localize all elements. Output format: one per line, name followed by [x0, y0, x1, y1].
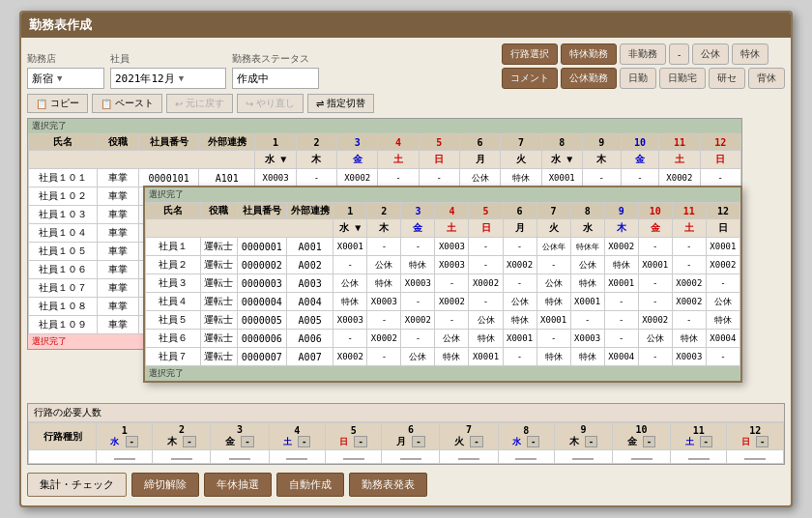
route-input-7[interactable] — [458, 458, 479, 460]
front-col-ext: 外部連携 — [286, 203, 333, 219]
day10-minus[interactable]: - — [643, 436, 655, 447]
release-button[interactable]: 締切解除 — [131, 473, 199, 497]
route-header-row: 行路種別 1水 - 2木 - 3金 - 4土 - 5日 - 6月 - 7火 - … — [29, 423, 784, 450]
back-dow-11: 土 — [659, 151, 700, 169]
table-row[interactable]: 社員７ 運転士 0000007 A007 X0002 - 公休 特休 X0001… — [146, 348, 740, 366]
col-day-7: 7 — [501, 134, 541, 151]
paste-button[interactable]: 📋 ペースト — [92, 94, 162, 113]
route-day-2: 2木 - — [153, 423, 211, 450]
front-table: 氏名 役職 社員番号 外部連携 1 2 3 4 5 6 7 8 — [145, 202, 740, 366]
table-row[interactable]: 社員６ 運転士 0000006 A006 - X0002 - 公休 特休 X00… — [146, 330, 740, 348]
route-day-12: 12日 - — [727, 423, 784, 450]
front-col-name: 氏名 — [146, 203, 201, 219]
undo-button[interactable]: ↩ 元に戻す — [166, 94, 233, 113]
tables-area: 選択完了 氏名 役職 社員番号 外部連携 1 2 3 4 5 — [27, 118, 785, 398]
day7-minus[interactable]: - — [470, 436, 482, 447]
day9-minus[interactable]: - — [585, 436, 597, 447]
front-dow-6: 月 — [503, 219, 536, 238]
shop-dropdown-arrow[interactable]: ▼ — [57, 73, 62, 83]
back-holiday-button[interactable]: 背休 — [748, 68, 785, 89]
public-holiday-button[interactable]: 公休 — [692, 43, 729, 65]
route-day-1: 1水 - — [97, 423, 153, 450]
back-table-header: 氏名 役職 社員番号 外部連携 1 2 3 4 5 6 7 8 — [29, 134, 741, 151]
back-dow-9: 木 — [582, 151, 621, 169]
shop-input[interactable]: 新宿 ▼ — [27, 68, 104, 89]
day3-minus[interactable]: - — [241, 436, 253, 447]
comment-button[interactable]: コメント — [502, 68, 558, 89]
action-buttons: 集計・チェック 締切解除 年休抽選 自動作成 勤務表発表 — [27, 470, 785, 500]
day12-minus[interactable]: - — [756, 436, 768, 447]
redo-button[interactable]: ↪ やり直し — [237, 94, 304, 113]
period-dropdown-arrow[interactable]: ▼ — [179, 73, 184, 83]
btn-area: 行路選択 特休勤務 非勤務 - 公休 特休 コメント 公休勤務 日勤 日勤宅 研… — [502, 43, 785, 89]
col-day-3: 3 — [337, 134, 378, 151]
day2-minus[interactable]: - — [183, 436, 195, 447]
table-row[interactable]: 社員５ 運転士 0000005 A005 X0003 - X0002 - 公休 … — [146, 311, 740, 330]
col-day-12: 12 — [700, 134, 740, 151]
col-day-10: 10 — [621, 134, 659, 151]
day-duty-button[interactable]: 日勤 — [620, 68, 656, 89]
route-day-9: 9木 - — [554, 423, 612, 450]
title-bar: 勤務表作成 — [21, 13, 791, 38]
front-col-6: 6 — [503, 203, 536, 219]
vacation-button[interactable]: 年休抽選 — [204, 473, 272, 497]
front-col-5: 5 — [469, 203, 503, 219]
toggle-button[interactable]: ⇌ 指定切替 — [307, 94, 374, 113]
route-input-9[interactable] — [572, 458, 594, 460]
front-col-12: 12 — [706, 203, 740, 219]
period-label: 社員 — [110, 52, 226, 66]
col-day-8: 8 — [541, 134, 582, 151]
route-input-10[interactable] — [631, 458, 652, 460]
route-input-4[interactable] — [286, 458, 307, 460]
day1-minus[interactable]: - — [126, 436, 138, 447]
route-input-8[interactable] — [515, 458, 536, 460]
front-dow-2: 木 — [367, 219, 401, 238]
day8-minus[interactable]: - — [527, 436, 539, 447]
non-duty-button[interactable]: 非勤務 — [620, 43, 666, 65]
front-col-empno: 社員番号 — [237, 203, 286, 219]
route-input-1[interactable] — [114, 458, 135, 460]
kense-button[interactable]: 研セ — [709, 68, 745, 89]
route-input-5[interactable] — [343, 458, 364, 460]
route-input-6[interactable] — [400, 458, 421, 460]
special-duty-button[interactable]: 特休勤務 — [561, 43, 617, 65]
copy-button[interactable]: 📋 コピー — [27, 94, 88, 113]
table-row[interactable]: 社員３ 運転士 0000003 A003 公休 特休 X0003 - X0002… — [146, 274, 740, 293]
col-day-11: 11 — [659, 134, 700, 151]
route-input-3[interactable] — [229, 458, 250, 460]
route-type-header: 行路種別 — [29, 423, 97, 450]
back-dow-4: 土 — [378, 151, 419, 169]
route-select-button[interactable]: 行路選択 — [502, 43, 558, 65]
day-home-button[interactable]: 日勤宅 — [659, 68, 706, 89]
back-dow-1: 水 ▼ — [255, 151, 296, 169]
front-day-spacer — [146, 219, 334, 238]
public-duty-button[interactable]: 公休勤務 — [561, 68, 617, 89]
route-input-12[interactable] — [744, 458, 766, 460]
front-dow-1: 水 ▼ — [334, 219, 367, 238]
table-row[interactable]: 社員２ 運転士 0000002 A002 - 公休 特休 X0003 - X00… — [146, 256, 740, 274]
auto-create-button[interactable]: 自動作成 — [276, 473, 344, 497]
route-input-2[interactable] — [171, 458, 192, 460]
col-empno-header: 社員番号 — [139, 134, 199, 151]
day11-minus[interactable]: - — [700, 436, 712, 447]
copy-icon: 📋 — [36, 99, 47, 109]
table-row[interactable]: 社員１ 運転士 0000001 A001 X0001 - - X0003 - -… — [146, 238, 740, 256]
report-button[interactable]: 勤務表発表 — [349, 473, 427, 497]
special-holiday-button[interactable]: 特休 — [732, 43, 768, 65]
front-table-header: 氏名 役職 社員番号 外部連携 1 2 3 4 5 6 7 8 — [146, 203, 740, 219]
col-day-2: 2 — [296, 134, 336, 151]
front-col-1: 1 — [334, 203, 367, 219]
table-row[interactable]: 社員１０１ 車掌 0000101 A101 X0003 - X0002 - - … — [29, 169, 741, 187]
status-input[interactable]: 作成中 — [232, 68, 319, 89]
front-dow-3: 金 — [401, 219, 435, 238]
day5-minus[interactable]: - — [354, 436, 366, 447]
front-dow-11: 土 — [672, 219, 706, 238]
day4-minus[interactable]: - — [298, 436, 310, 447]
check-button[interactable]: 集計・チェック — [27, 473, 127, 497]
dash-button[interactable]: - — [669, 43, 689, 65]
period-input[interactable]: 2021年12月 ▼ — [110, 68, 226, 89]
app-title: 勤務表作成 — [29, 17, 92, 32]
table-row[interactable]: 社員４ 運転士 0000004 A004 特休 X0003 - X0002 - … — [146, 293, 740, 311]
day6-minus[interactable]: - — [412, 436, 424, 447]
route-input-11[interactable] — [688, 458, 710, 460]
